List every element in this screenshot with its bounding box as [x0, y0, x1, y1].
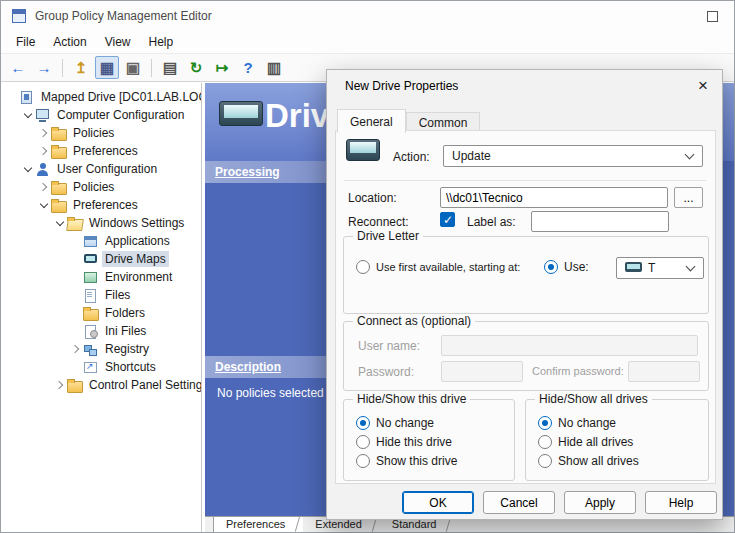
radio-use-first-available[interactable]: Use first available, starting at: [356, 260, 520, 274]
radio-label: Hide all drives [558, 435, 633, 449]
radio-icon [356, 454, 370, 468]
folder-icon [51, 181, 66, 194]
folder-icon [83, 307, 98, 320]
radio-icon [356, 416, 370, 430]
close-icon[interactable]: × [690, 74, 716, 98]
radio-show-all-drives[interactable]: Show all drives [538, 454, 639, 468]
browse-button[interactable]: ... [674, 187, 703, 208]
ok-button[interactable]: OK [402, 491, 474, 514]
collapse-arrow-icon[interactable] [53, 214, 66, 232]
action-select[interactable]: Update [443, 145, 703, 167]
list-view-icon: ▥ [267, 60, 281, 75]
expand-arrow-icon[interactable] [53, 376, 66, 394]
collapse-arrow-icon[interactable] [37, 196, 50, 214]
tree-item-files[interactable]: Files [1, 286, 201, 304]
tree-item-ini-files[interactable]: Ini Files [1, 322, 201, 340]
tab-general[interactable]: General [337, 109, 406, 133]
back-button[interactable]: ← [6, 56, 30, 79]
clipboard-button[interactable]: ▣ [121, 56, 145, 79]
menu-bar: FileActionViewHelp [1, 31, 734, 53]
print-icon: ▤ [163, 60, 177, 75]
location-input[interactable] [440, 187, 668, 208]
radio-hide-all-drives[interactable]: Hide all drives [538, 435, 639, 449]
radio-no-change[interactable]: No change [356, 416, 457, 430]
expander-spacer [69, 250, 82, 268]
tree-item-label: Drive Maps [102, 251, 169, 267]
menu-file[interactable]: File [7, 32, 44, 52]
computer-icon [35, 109, 50, 122]
folder-icon [67, 379, 82, 392]
expand-arrow-icon[interactable] [69, 340, 82, 358]
menu-view[interactable]: View [96, 32, 140, 52]
processing-link[interactable]: Processing [215, 165, 280, 179]
label-as-input[interactable] [531, 211, 669, 232]
up-one-level-icon: ↥ [75, 60, 88, 75]
tree-item-label: Preferences [70, 143, 141, 159]
radio-hide-this-drive[interactable]: Hide this drive [356, 435, 457, 449]
folder-icon [51, 127, 66, 140]
dialog-buttons: OK Cancel Apply Help [402, 491, 717, 514]
new-drive-properties-dialog: New Drive Properties × General Common Ac… [326, 69, 723, 520]
forward-button[interactable]: → [32, 56, 56, 79]
export-list-button[interactable]: ↦ [210, 56, 234, 79]
tree-item-label: User Configuration [54, 161, 160, 177]
tree-item-windows-settings[interactable]: Windows Settings [1, 214, 201, 232]
menu-help[interactable]: Help [140, 32, 183, 52]
collapse-arrow-icon[interactable] [21, 160, 34, 178]
radio-show-this-drive[interactable]: Show this drive [356, 454, 457, 468]
hide-show-all-drives-group: Hide/Show all drives No changeHide all d… [525, 399, 709, 481]
tree-item-mapped-drive-dc01-lab-loca[interactable]: Mapped Drive [DC01.LAB.LOCA [1, 88, 201, 106]
expand-arrow-icon[interactable] [37, 142, 50, 160]
cancel-button[interactable]: Cancel [483, 491, 555, 514]
tree-item-policies[interactable]: Policies [1, 124, 201, 142]
help-button[interactable]: ? [236, 56, 260, 79]
drive-letter-select[interactable]: T [616, 257, 704, 279]
up-one-level-button[interactable]: ↥ [69, 56, 93, 79]
export-list-icon: ↦ [216, 60, 229, 75]
radio-no-change[interactable]: No change [538, 416, 639, 430]
expand-arrow-icon[interactable] [37, 124, 50, 142]
reconnect-label: Reconnect: [348, 215, 409, 229]
tree-item-registry[interactable]: Registry [1, 340, 201, 358]
folder-icon [51, 145, 66, 158]
radio-label: Show all drives [558, 454, 639, 468]
window-title: Group Policy Management Editor [35, 9, 212, 23]
tree-item-policies[interactable]: Policies [1, 178, 201, 196]
tab-preferences[interactable]: Preferences [213, 517, 303, 532]
tree-item-control-panel-setting[interactable]: Control Panel Setting [1, 376, 201, 394]
tree-item-label: Mapped Drive [DC01.LAB.LOCA [38, 89, 201, 105]
expand-arrow-icon[interactable] [37, 178, 50, 196]
chevron-down-icon [685, 150, 695, 160]
tree-item-folders[interactable]: Folders [1, 304, 201, 322]
tree-item-label: Applications [102, 233, 173, 249]
tree-item-shortcuts[interactable]: Shortcuts [1, 358, 201, 376]
menu-action[interactable]: Action [44, 32, 95, 52]
description-link[interactable]: Description [215, 360, 281, 374]
expander-spacer [69, 232, 82, 250]
refresh-button[interactable]: ↻ [184, 56, 208, 79]
tree-item-computer-configuration[interactable]: Computer Configuration [1, 106, 201, 124]
tree-item-preferences[interactable]: Preferences [1, 196, 201, 214]
show-console-tree-button[interactable]: ▦ [95, 56, 119, 79]
tree-item-label: Preferences [70, 197, 141, 213]
gpo-icon [19, 91, 34, 104]
radio-icon [538, 416, 552, 430]
maximize-button[interactable] [707, 11, 718, 22]
tree-item-user-configuration[interactable]: User Configuration [1, 160, 201, 178]
list-view-button[interactable]: ▥ [262, 56, 286, 79]
collapse-arrow-icon[interactable] [21, 106, 34, 124]
drive-letter-value: T [648, 261, 655, 275]
tree-item-drive-maps[interactable]: Drive Maps [1, 250, 201, 268]
radio-use[interactable]: Use: [544, 260, 589, 274]
tree-item-applications[interactable]: Applications [1, 232, 201, 250]
back-icon: ← [11, 60, 26, 75]
dialog-title: New Drive Properties [345, 79, 458, 93]
tree-item-preferences[interactable]: Preferences [1, 142, 201, 160]
apply-button[interactable]: Apply [564, 491, 636, 514]
reconnect-checkbox[interactable] [440, 212, 455, 227]
tree-item-label: Shortcuts [102, 359, 159, 375]
print-button[interactable]: ▤ [158, 56, 182, 79]
help-button[interactable]: Help [645, 491, 717, 514]
tree-item-environment[interactable]: Environment [1, 268, 201, 286]
applications-icon [83, 235, 98, 248]
